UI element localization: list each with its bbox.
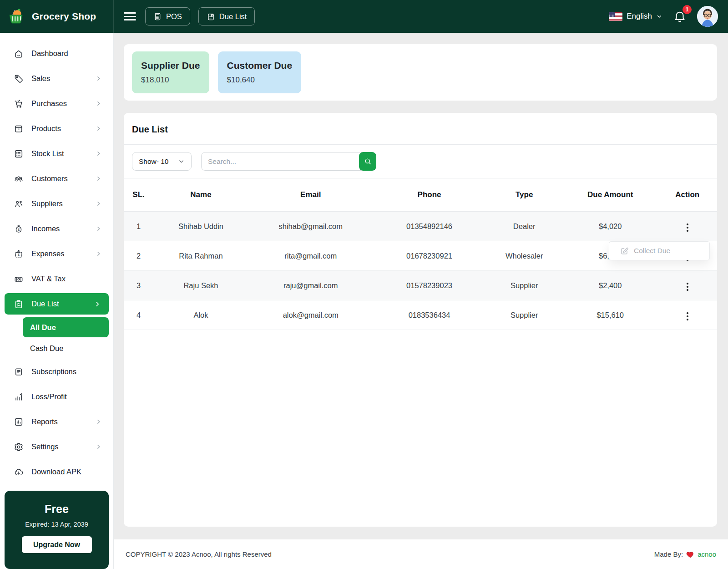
- search-button[interactable]: [359, 152, 376, 171]
- plan-name: Free: [12, 503, 101, 516]
- sidebar-item-label: Due List: [31, 300, 59, 308]
- cell-due-amount: $15,610: [563, 300, 658, 330]
- cell-phone: 01354892146: [373, 212, 486, 241]
- customer-due-card: Customer Due $10,640: [218, 51, 302, 93]
- bar-chart-icon: [14, 392, 24, 402]
- svg-text:$: $: [18, 228, 20, 232]
- avatar-image: [697, 6, 718, 27]
- brand[interactable]: Grocery Shop: [0, 0, 114, 33]
- sidebar-item-settings[interactable]: Settings: [0, 434, 113, 459]
- customers-icon: [14, 174, 24, 184]
- sidebar-item-incomes[interactable]: $ Incomes: [0, 216, 113, 241]
- sidebar-item-due-list[interactable]: Due List: [5, 293, 109, 315]
- sidebar-item-label: Sales: [31, 74, 50, 83]
- brand-name: Grocery Shop: [32, 11, 96, 22]
- row-action-menu: Collect Due: [609, 241, 710, 260]
- sidebar-subitem-label: All Due: [30, 323, 56, 332]
- clipboard-icon: [14, 299, 24, 309]
- banknote-icon: [14, 274, 24, 284]
- sidebar-item-suppliers[interactable]: Suppliers: [0, 191, 113, 216]
- sidebar-item-reports[interactable]: Reports: [0, 409, 113, 434]
- column-header-name: Name: [153, 178, 248, 212]
- cell-name: Alok: [153, 300, 248, 330]
- cell-sl: 1: [124, 212, 153, 241]
- due-list-button-label: Due List: [219, 12, 247, 21]
- menu-toggle-button[interactable]: [123, 7, 137, 25]
- header-right: English 1: [609, 6, 728, 27]
- sidebar-item-expenses[interactable]: $ Expenses: [0, 241, 113, 266]
- heart-icon: [686, 550, 694, 559]
- search-icon: [364, 157, 372, 166]
- show-entries-select[interactable]: Show- 10: [132, 152, 192, 171]
- collect-due-menu-item[interactable]: Collect Due: [609, 247, 709, 255]
- cell-type: Wholesaler: [485, 241, 563, 271]
- sidebar-item-products[interactable]: Products: [0, 116, 113, 141]
- sidebar-item-label: Incomes: [31, 224, 60, 233]
- user-avatar[interactable]: [697, 6, 718, 27]
- customer-due-title: Customer Due: [227, 60, 293, 71]
- sidebar-item-label: Products: [31, 124, 61, 133]
- notifications-button[interactable]: 1: [672, 8, 688, 25]
- column-header-due-amount: Due Amount: [563, 178, 658, 212]
- pos-button-label: POS: [166, 12, 182, 21]
- sidebar-item-dashboard[interactable]: Dashboard: [0, 41, 113, 66]
- chevron-right-icon: [94, 301, 101, 307]
- sidebar-item-purchases[interactable]: Purchases: [0, 91, 113, 116]
- sidebar-subitem-all-due[interactable]: All Due: [23, 317, 109, 337]
- sidebar-item-subscriptions[interactable]: Subscriptions: [0, 359, 113, 384]
- due-list-header-button[interactable]: Due List: [198, 7, 255, 25]
- made-by-label: Made By:: [654, 550, 683, 558]
- sidebar-item-label: Customers: [31, 174, 68, 183]
- language-selector[interactable]: English: [609, 12, 662, 21]
- sidebar-item-label: Stock List: [31, 149, 64, 158]
- sidebar-item-label: VAT & Tax: [31, 274, 66, 283]
- row-actions-button[interactable]: [682, 310, 693, 323]
- chevron-right-icon: [96, 101, 101, 107]
- cell-email: alok@gmail.com: [248, 300, 373, 330]
- sidebar-item-label: Settings: [31, 442, 59, 451]
- sidebar-item-sales[interactable]: Sales: [0, 66, 113, 91]
- cell-type: Supplier: [485, 300, 563, 330]
- cloud-download-icon: [14, 467, 24, 477]
- cell-type: Supplier: [485, 271, 563, 300]
- column-header-sl: SL.: [124, 178, 153, 212]
- cell-due-amount: $4,020: [563, 212, 658, 241]
- page-title: Due List: [124, 113, 717, 145]
- home-icon: [14, 49, 24, 59]
- chevron-right-icon: [96, 126, 101, 132]
- chevron-right-icon: [96, 251, 101, 257]
- sidebar-item-customers[interactable]: Customers: [0, 166, 113, 191]
- chevron-right-icon: [96, 201, 101, 207]
- supplier-due-title: Supplier Due: [141, 60, 200, 71]
- copyright-text: COPYRIGHT © 2023 Acnoo, All rights Reser…: [126, 550, 272, 558]
- cell-phone: 01678230921: [373, 241, 486, 271]
- cell-sl: 2: [124, 241, 153, 271]
- box-icon: [14, 124, 24, 134]
- acnoo-link[interactable]: acnoo: [698, 550, 716, 558]
- us-flag-icon: [609, 12, 622, 21]
- cell-type: Dealer: [485, 212, 563, 241]
- tag-icon: [14, 74, 24, 84]
- sidebar-item-download-apk[interactable]: Download APK: [0, 459, 113, 484]
- table-header-row: SL. Name Email Phone Type Due Amount Act…: [124, 178, 717, 212]
- row-actions-button[interactable]: [682, 221, 693, 234]
- sidebar-item-label: Dashboard: [31, 49, 68, 58]
- sidebar-subitem-cash-due[interactable]: Cash Due: [0, 338, 113, 358]
- table-toolbar: Show- 10: [124, 145, 717, 178]
- cell-email: raju@gmail.com: [248, 271, 373, 300]
- expense-icon: $: [14, 249, 24, 259]
- upgrade-button[interactable]: Upgrade Now: [22, 536, 92, 553]
- calculator-icon: [153, 12, 162, 21]
- pos-button[interactable]: POS: [145, 7, 190, 25]
- table-row: 1 Shihab Uddin shihab@gmail.com 01354892…: [124, 212, 717, 241]
- sidebar-item-loss-profit[interactable]: Loss/Profit: [0, 384, 113, 409]
- sidebar-item-stock-list[interactable]: Stock List: [0, 141, 113, 166]
- sidebar-item-vat-tax[interactable]: VAT & Tax: [0, 266, 113, 291]
- search-input[interactable]: [201, 152, 376, 171]
- cart-icon: [14, 99, 24, 109]
- footer: COPYRIGHT © 2023 Acnoo, All rights Reser…: [114, 539, 728, 569]
- collect-due-label: Collect Due: [634, 247, 670, 255]
- row-actions-button[interactable]: [682, 280, 693, 294]
- sidebar-subitem-label: Cash Due: [30, 344, 63, 353]
- supplier-due-card: Supplier Due $18,010: [132, 51, 209, 93]
